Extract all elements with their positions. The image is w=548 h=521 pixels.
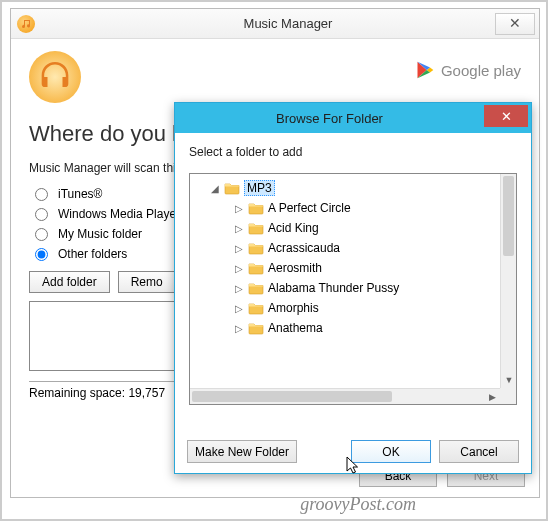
dialog-title: Browse For Folder <box>175 111 484 126</box>
folder-icon <box>248 221 264 235</box>
dialog-titlebar[interactable]: Browse For Folder ✕ <box>175 103 531 133</box>
tree-child-item[interactable]: ▷A Perfect Circle <box>192 198 514 218</box>
tree-item-label: A Perfect Circle <box>268 201 351 215</box>
remove-folder-button[interactable]: Remo <box>118 271 176 293</box>
scroll-thumb-horizontal[interactable] <box>192 391 392 402</box>
expand-icon[interactable]: ▷ <box>234 203 244 214</box>
folder-icon <box>224 181 240 195</box>
headphones-icon <box>29 51 81 103</box>
expand-icon[interactable]: ▷ <box>234 243 244 254</box>
tree-item-label: Aerosmith <box>268 261 322 275</box>
main-close-button[interactable]: ✕ <box>495 13 535 35</box>
tree-root-item[interactable]: ◢MP3 <box>192 178 514 198</box>
main-titlebar: Music Manager ✕ <box>11 9 539 39</box>
tree-item-label: MP3 <box>244 180 275 196</box>
tree-child-item[interactable]: ▷Alabama Thunder Pussy <box>192 278 514 298</box>
expand-icon[interactable]: ▷ <box>234 323 244 334</box>
dialog-close-button[interactable]: ✕ <box>484 105 528 127</box>
scroll-right-icon[interactable]: ▶ <box>484 389 500 405</box>
folder-tree[interactable]: ◢MP3▷A Perfect Circle▷Acid King▷Acrassic… <box>189 173 517 405</box>
expand-icon[interactable]: ▷ <box>234 283 244 294</box>
collapse-icon[interactable]: ◢ <box>210 183 220 194</box>
tree-child-item[interactable]: ▷Aerosmith <box>192 258 514 278</box>
tree-item-label: Anathema <box>268 321 323 335</box>
folder-icon <box>248 301 264 315</box>
scroll-thumb-vertical[interactable] <box>503 176 514 256</box>
google-play-brand: Google play <box>415 59 521 81</box>
tree-child-item[interactable]: ▷Amorphis <box>192 298 514 318</box>
folder-icon <box>248 261 264 275</box>
tree-item-label: Amorphis <box>268 301 319 315</box>
tree-horizontal-scrollbar[interactable]: ◀ ▶ <box>190 388 500 404</box>
expand-icon[interactable]: ▷ <box>234 263 244 274</box>
tree-child-item[interactable]: ▷Anathema <box>192 318 514 338</box>
cancel-button[interactable]: Cancel <box>439 440 519 463</box>
scroll-down-icon[interactable]: ▼ <box>501 372 517 388</box>
main-title: Music Manager <box>43 16 533 31</box>
expand-icon[interactable]: ▷ <box>234 223 244 234</box>
tree-item-label: Acrassicauda <box>268 241 340 255</box>
tree-child-item[interactable]: ▷Acrassicauda <box>192 238 514 258</box>
add-folder-button[interactable]: Add folder <box>29 271 110 293</box>
folder-icon <box>248 321 264 335</box>
tree-vertical-scrollbar[interactable]: ▲ ▼ <box>500 174 516 388</box>
play-icon <box>415 59 435 81</box>
google-play-label: Google play <box>441 62 521 79</box>
tree-child-item[interactable]: ▷Acid King <box>192 218 514 238</box>
expand-icon[interactable]: ▷ <box>234 303 244 314</box>
browse-folder-dialog: Browse For Folder ✕ Select a folder to a… <box>174 102 532 474</box>
folder-icon <box>248 281 264 295</box>
dialog-instruction: Select a folder to add <box>189 145 517 159</box>
app-icon <box>17 15 35 33</box>
ok-button[interactable]: OK <box>351 440 431 463</box>
tree-item-label: Alabama Thunder Pussy <box>268 281 399 295</box>
tree-item-label: Acid King <box>268 221 319 235</box>
folder-icon <box>248 241 264 255</box>
watermark: groovyPost.com <box>300 494 416 515</box>
make-new-folder-button[interactable]: Make New Folder <box>187 440 297 463</box>
folder-icon <box>248 201 264 215</box>
folder-listbox[interactable] <box>29 301 189 371</box>
